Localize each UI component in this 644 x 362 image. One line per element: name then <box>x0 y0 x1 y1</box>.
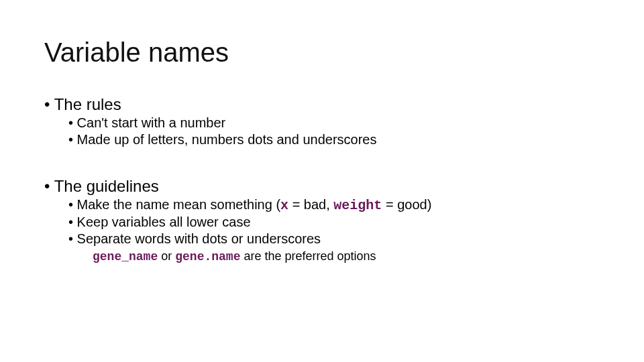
text-fragment: = good) <box>382 197 431 212</box>
code-fragment: gene.name <box>175 250 240 263</box>
slide-title: Variable names <box>44 38 229 68</box>
text-fragment: or <box>158 249 175 263</box>
section-heading-guidelines: The guidelines <box>44 177 604 196</box>
slide: Variable names The rules Can't start wit… <box>0 0 644 362</box>
guidelines-item: Keep variables all lower case <box>68 215 604 230</box>
text-fragment: are the preferred options <box>240 249 376 263</box>
text-fragment: = bad, <box>288 197 333 212</box>
rules-item: Can't start with a number <box>68 115 604 131</box>
slide-content: The rules Can't start with a number Made… <box>44 91 604 263</box>
section-heading-rules: The rules <box>44 95 604 114</box>
code-fragment: x <box>280 198 288 213</box>
guidelines-item: Separate words with dots or underscores <box>68 231 604 247</box>
guidelines-note: gene_name or gene.name are the preferred… <box>93 249 604 263</box>
code-fragment: weight <box>333 198 382 213</box>
rules-item: Made up of letters, numbers dots and und… <box>68 132 604 147</box>
code-fragment: gene_name <box>93 250 158 263</box>
text-fragment: Make the name mean something ( <box>77 197 281 212</box>
guidelines-item: Make the name mean something (x = bad, w… <box>68 197 604 213</box>
